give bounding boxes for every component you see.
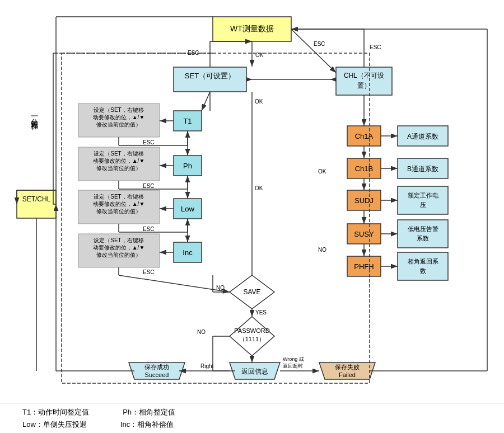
svg-text:OK: OK <box>255 98 263 105</box>
svg-text:Right: Right <box>200 363 214 369</box>
svg-text:CHL（不可设: CHL（不可设 <box>344 72 384 79</box>
svg-text:NO: NO <box>216 285 225 291</box>
svg-text:ESC: ESC <box>143 139 155 145</box>
svg-text:相角返回系: 相角返回系 <box>408 258 438 265</box>
svg-text:Succeed: Succeed <box>145 371 169 378</box>
svg-text:设定（SET，右键移: 设定（SET，右键移 <box>94 194 143 200</box>
svg-text:YES: YES <box>255 309 267 316</box>
svg-text:置）: 置） <box>357 82 371 90</box>
svg-text:动要修改的位，▲/▼: 动要修改的位，▲/▼ <box>93 201 145 207</box>
flowchart-svg: WT测量数据 SET（可设置） CHL（不可设 置） T1 Ph Low Inc… <box>0 0 504 403</box>
svg-rect-66 <box>398 252 448 280</box>
svg-text:修改当前位的值）: 修改当前位的值） <box>96 208 141 214</box>
svg-marker-133 <box>330 77 336 82</box>
svg-text:修改当前位的值）: 修改当前位的值） <box>96 252 141 258</box>
svg-text:WT测量数据: WT测量数据 <box>230 24 274 33</box>
svg-text:Wrong 或: Wrong 或 <box>283 356 304 362</box>
svg-text:ESC: ESC <box>314 41 325 47</box>
svg-rect-56 <box>398 186 448 214</box>
svg-text:一分钟无操作: 一分钟无操作 <box>31 112 39 130</box>
svg-text:压: 压 <box>420 201 426 208</box>
svg-text:数: 数 <box>420 267 426 274</box>
svg-rect-61 <box>398 220 448 248</box>
svg-text:SUDJ: SUDJ <box>354 196 374 205</box>
svg-text:ESC: ESC <box>370 44 381 50</box>
svg-text:PHFH: PHFH <box>354 262 374 271</box>
svg-text:SET（可设置）: SET（可设置） <box>185 72 235 80</box>
svg-text:OK: OK <box>255 185 263 191</box>
svg-text:系数: 系数 <box>417 235 429 242</box>
svg-rect-15 <box>17 190 56 218</box>
svg-text:（1111）: （1111） <box>239 336 265 342</box>
svg-text:NO: NO <box>318 247 326 253</box>
legend-t1: T1：动作时间整定值 <box>22 407 89 417</box>
svg-text:保存成功: 保存成功 <box>144 364 169 370</box>
svg-text:Failed: Failed <box>339 371 356 378</box>
svg-text:PASSWORD: PASSWORD <box>234 327 269 334</box>
svg-text:ESC: ESC <box>143 226 155 232</box>
svg-text:修改当前位的值）: 修改当前位的值） <box>96 165 141 171</box>
svg-text:额定工作电: 额定工作电 <box>408 192 438 199</box>
legend-row-1: T1：动作时间整定值 Ph：相角整定值 <box>22 407 482 417</box>
svg-text:ESC: ESC <box>143 269 155 275</box>
svg-text:Ph: Ph <box>183 162 192 170</box>
svg-text:动要修改的位，▲/▼: 动要修改的位，▲/▼ <box>93 114 145 120</box>
diagram-container: WT测量数据 SET（可设置） CHL（不可设 置） T1 Ph Low Inc… <box>0 0 504 403</box>
legend-low: Low：单侧失压投退 <box>22 420 87 430</box>
svg-text:T1: T1 <box>183 117 192 125</box>
svg-text:设定（SET，右键移: 设定（SET，右键移 <box>94 150 143 157</box>
svg-text:SUSY: SUSY <box>354 230 374 238</box>
svg-text:Low: Low <box>181 205 194 213</box>
legend-row-2: Low：单侧失压投退 Inc：相角补偿值 <box>22 420 482 430</box>
legend: T1：动作时间整定值 Ph：相角整定值 Low：单侧失压投退 Inc：相角补偿值 <box>0 403 504 433</box>
svg-marker-132 <box>246 77 252 82</box>
svg-text:设定（SET，右键移: 设定（SET，右键移 <box>94 237 143 243</box>
svg-text:Inc: Inc <box>183 248 193 257</box>
svg-text:A通道系数: A通道系数 <box>407 133 438 140</box>
svg-text:保存失败: 保存失败 <box>335 364 360 370</box>
svg-text:SAVE: SAVE <box>243 288 260 296</box>
svg-text:设定（SET，右键移: 设定（SET，右键移 <box>94 107 143 113</box>
svg-text:动要修改的位，▲/▼: 动要修改的位，▲/▼ <box>93 244 145 251</box>
svg-text:低电压告警: 低电压告警 <box>408 225 438 232</box>
svg-text:Ch1B: Ch1B <box>355 164 374 173</box>
svg-text:NO: NO <box>197 329 206 335</box>
legend-inc: Inc：相角补偿值 <box>120 420 174 430</box>
svg-line-71 <box>291 29 336 73</box>
svg-text:SET/CHL: SET/CHL <box>22 195 51 203</box>
svg-rect-142 <box>53 53 56 204</box>
svg-text:OK: OK <box>318 168 326 175</box>
svg-text:B通道系数: B通道系数 <box>407 165 438 173</box>
svg-text:动要修改的位，▲/▼: 动要修改的位，▲/▼ <box>93 158 145 164</box>
svg-text:ESC: ESC <box>143 183 155 189</box>
svg-text:返回超时: 返回超时 <box>283 363 303 369</box>
svg-text:Ch1A: Ch1A <box>355 132 374 140</box>
legend-ph: Ph：相角整定值 <box>123 407 175 417</box>
svg-text:返回信息: 返回信息 <box>241 368 268 375</box>
svg-line-76 <box>202 92 210 111</box>
svg-text:修改当前位的值）: 修改当前位的值） <box>96 121 141 128</box>
